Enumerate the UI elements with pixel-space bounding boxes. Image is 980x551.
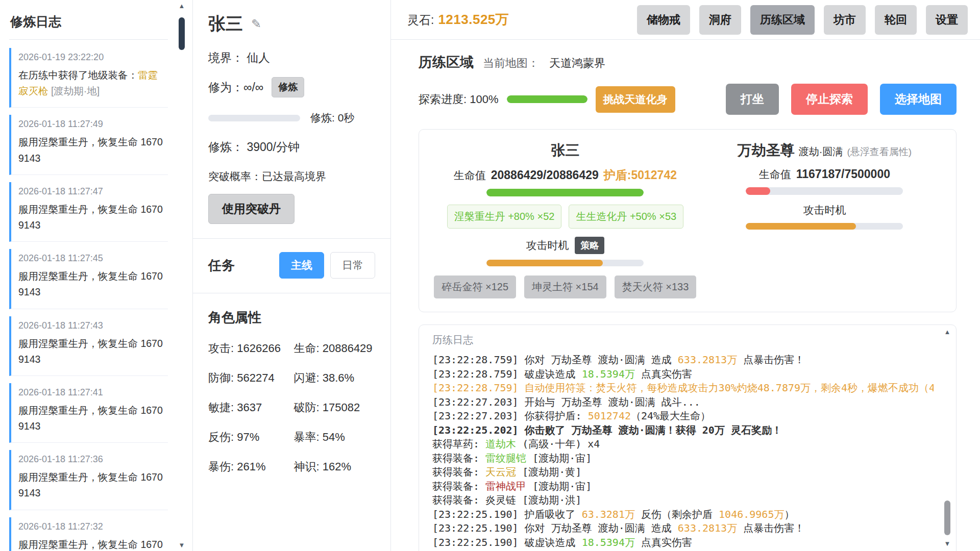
battle-log-title: 历练日志	[432, 333, 934, 347]
cultivation-line: 修为：∞/∞	[208, 80, 263, 95]
battle-panel: 张三 生命值 20886429/20886429 护盾:5012742 涅槃重生…	[419, 129, 957, 312]
attribute-破防: 破防: 175082	[293, 400, 375, 415]
app-root: 修炼日志 2026-01-19 23:22:20在历练中获得了地级装备：雷霆寂灭…	[0, 0, 980, 551]
spirit-stone-label: 灵石:	[407, 12, 434, 28]
log-entry-time: 2026-01-18 11:27:43	[18, 320, 165, 331]
cultivation-progress-bar	[208, 115, 300, 121]
battle-log-line: [23:22:27.203] 你获得护盾: 5012742（24%最大生命）	[432, 409, 934, 423]
log-entry-text: 服用涅槃重生丹，恢复生命 16709143	[18, 537, 165, 551]
task-tabs: 主线日常	[279, 252, 375, 279]
log-entry-text: 服用涅槃重生丹，恢复生命 16709143	[18, 202, 165, 233]
log-entry-time: 2026-01-18 11:27:47	[18, 186, 165, 197]
scroll-down-icon[interactable]: ▼	[943, 540, 952, 547]
battle-log-scrollbar-thumb[interactable]	[944, 500, 950, 535]
log-entry: 2026-01-18 11:27:41服用涅槃重生丹，恢复生命 16709143	[9, 383, 168, 443]
battle-log-scrollbar[interactable]: ▲ ▼	[943, 328, 952, 547]
talisman-pill[interactable]: 坤灵土符 ×154	[524, 276, 606, 298]
cultivate-button[interactable]: 修炼	[272, 77, 304, 97]
talisman-pill[interactable]: 碎岳金符 ×125	[434, 276, 516, 298]
log-entry-time: 2026-01-18 11:27:41	[18, 387, 165, 398]
battle-log-line: [23:22:25.190] 护盾吸收了 63.3281万 反伤（剩余护盾 10…	[432, 508, 934, 522]
explore-progress-fill	[507, 95, 587, 103]
player-hp-fill	[486, 189, 644, 196]
enemy-hp-label: 生命值	[759, 167, 791, 182]
attribute-暴率: 暴率: 54%	[293, 430, 375, 445]
player-name: 张三	[551, 141, 579, 160]
breakthrough-text: 突破概率：已达最高境界	[208, 169, 375, 184]
pill-row: 涅槃重生丹 +80% ×52生生造化丹 +50% ×53	[447, 205, 684, 229]
divider	[193, 238, 390, 239]
battle-log-list: [23:22:28.759] 你对 万劫圣尊 渡劫·圆满 造成 633.2813…	[432, 353, 934, 551]
stop-explore-button[interactable]: 停止探索	[791, 84, 868, 115]
sidebar-scrollbar-thumb[interactable]	[179, 17, 185, 50]
player-shield-value: 护盾:5012742	[604, 167, 677, 183]
battle-log-line: [23:22:25.202] 你击败了 万劫圣尊 渡劫·圆满！获得 20万 灵石…	[432, 423, 934, 438]
attribute-grid: 攻击: 1626266生命: 20886429防御: 562274闪避: 38.…	[208, 341, 375, 474]
scroll-up-icon[interactable]: ▲	[177, 2, 186, 10]
log-entry: 2026-01-18 11:27:47服用涅槃重生丹，恢复生命 16709143	[9, 182, 168, 242]
meditate-button[interactable]: 打坐	[726, 84, 779, 115]
attribute-生命: 生命: 20886429	[293, 341, 375, 356]
talisman-row: 碎岳金符 ×125坤灵土符 ×154焚天火符 ×133	[434, 276, 696, 298]
battle-log-line: [23:22:25.190] 破虚诀造成 18.5394万 点真实伤害	[432, 536, 934, 550]
challenge-avatar-button[interactable]: 挑战天道化身	[596, 86, 675, 113]
log-entry: 2026-01-18 11:27:36服用涅槃重生丹，恢复生命 16709143	[9, 450, 168, 510]
log-entry-text: 在历练中获得了地级装备：雷霆寂灭枪 [渡劫期·地]	[18, 67, 165, 99]
pill-button[interactable]: 涅槃重生丹 +80% ×52	[447, 205, 562, 229]
top-nav: 储物戒洞府历练区域坊市轮回设置	[637, 5, 968, 35]
nav-button-设置[interactable]: 设置	[926, 5, 968, 35]
log-entry-text: 服用涅槃重生丹，恢复生命 16709143	[18, 403, 165, 434]
enemy-timing-label: 攻击时机	[803, 203, 846, 217]
character-panel: 张三 ✎ 境界：仙人 修为：∞/∞ 修炼 修炼: 0秒 修炼： 3900/分钟 …	[193, 0, 391, 551]
battle-log-line: [23:22:28.759] 破虚诀造成 18.5394万 点真实伤害	[432, 367, 934, 382]
sidebar-title: 修炼日志	[9, 10, 168, 40]
talisman-pill[interactable]: 焚天火符 ×133	[615, 276, 697, 298]
scroll-down-icon[interactable]: ▼	[177, 541, 186, 549]
strategy-button[interactable]: 策略	[575, 237, 604, 254]
enemy-stage: 渡劫·圆满	[799, 145, 843, 159]
task-tab-日常[interactable]: 日常	[330, 252, 375, 279]
battle-log-line: 获得装备: 雷神战甲 [渡劫期·宙]	[432, 480, 934, 494]
realm-label: 境界：	[208, 51, 243, 64]
log-entry-time: 2026-01-18 11:27:49	[18, 119, 165, 130]
scroll-up-icon[interactable]: ▲	[943, 328, 952, 336]
cultivation-log-sidebar: 修炼日志 2026-01-19 23:22:20在历练中获得了地级装备：雷霆寂灭…	[0, 0, 193, 551]
nav-button-储物戒[interactable]: 储物戒	[637, 5, 690, 35]
spirit-stone-value: 1213.525万	[438, 11, 509, 29]
enemy-hp-fill	[746, 187, 770, 195]
cultivation-log-list: 2026-01-19 23:22:20在历练中获得了地级装备：雷霆寂灭枪 [渡劫…	[9, 48, 168, 551]
edit-name-icon[interactable]: ✎	[251, 17, 261, 31]
realm-line: 境界：仙人	[208, 50, 375, 66]
battle-log-line: 获得装备: 雷纹腿铠 [渡劫期·宙]	[432, 452, 934, 466]
battle-log-line: [23:22:28.759] 自动使用符箓：焚天火符，每秒造成攻击力30%灼烧4…	[432, 381, 934, 395]
log-entry: 2026-01-18 11:27:32服用涅槃重生丹，恢复生命 16709143	[9, 517, 168, 551]
enemy-column: 万劫圣尊 渡劫·圆满 (悬浮查看属性) 生命值 1167187/7500000 …	[702, 141, 947, 298]
nav-button-轮回[interactable]: 轮回	[875, 5, 917, 35]
divider	[193, 293, 390, 293]
tasks-title: 任务	[208, 257, 235, 274]
pill-button[interactable]: 生生造化丹 +50% ×53	[569, 205, 683, 229]
select-map-button[interactable]: 选择地图	[880, 84, 957, 115]
attribute-防御: 防御: 562274	[208, 370, 293, 386]
nav-button-洞府[interactable]: 洞府	[699, 5, 741, 35]
log-entry: 2026-01-18 11:27:45服用涅槃重生丹，恢复生命 16709143	[9, 249, 168, 309]
log-entry-time: 2026-01-18 11:27:45	[18, 253, 165, 264]
current-map-label: 当前地图：	[483, 56, 539, 71]
task-tab-主线[interactable]: 主线	[279, 252, 324, 279]
attribute-敏捷: 敏捷: 3637	[208, 400, 293, 415]
enemy-timing-fill	[746, 223, 856, 230]
battle-log-panel: 历练日志 [23:22:28.759] 你对 万劫圣尊 渡劫·圆满 造成 633…	[419, 324, 957, 551]
nav-button-坊市[interactable]: 坊市	[824, 5, 866, 35]
cultivation-rate: 修炼： 3900/分钟	[208, 139, 375, 155]
use-breakthrough-pill-button[interactable]: 使用突破丹	[208, 194, 295, 224]
sidebar-scrollbar[interactable]: ▲ ▼	[177, 2, 186, 549]
realm-value: 仙人	[247, 51, 270, 64]
log-entry: 2026-01-18 11:27:49服用涅槃重生丹，恢复生命 16709143	[9, 115, 168, 174]
battle-log-line: [23:22:28.759] 你对 万劫圣尊 渡劫·圆满 造成 633.2813…	[432, 353, 934, 367]
player-hp-label: 生命值	[454, 168, 486, 183]
nav-button-历练区域[interactable]: 历练区域	[750, 5, 815, 35]
battle-log-line: 获得草药: 道劫木 (高级·十年) x4	[432, 437, 934, 452]
battle-log-line: 获得装备: 炎灵链 [渡劫期·洪]	[432, 493, 934, 508]
battle-log-line: [23:22:25.190] 你对 万劫圣尊 渡劫·圆满 造成 633.2813…	[432, 521, 934, 536]
player-timing-label: 攻击时机	[526, 238, 569, 253]
